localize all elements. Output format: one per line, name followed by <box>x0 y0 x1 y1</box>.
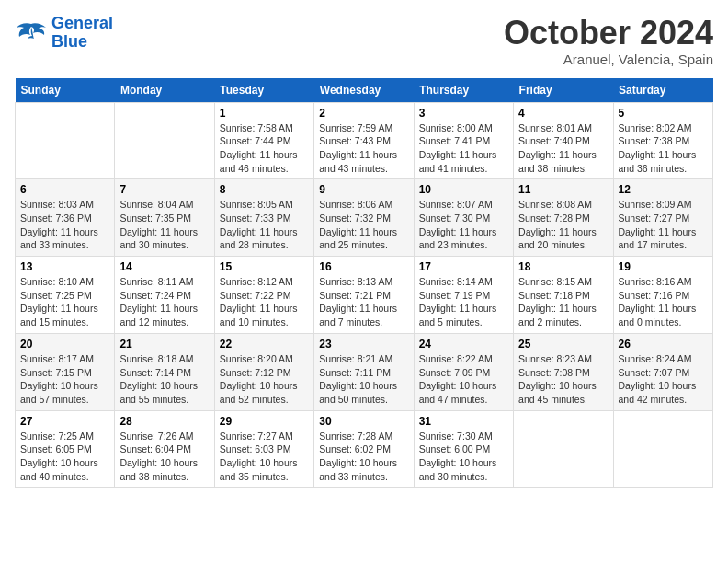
table-row: 21Sunrise: 8:18 AM Sunset: 7:14 PM Dayli… <box>115 333 214 410</box>
header-saturday: Saturday <box>613 78 712 103</box>
day-info: Sunrise: 7:58 AM Sunset: 7:44 PM Dayligh… <box>220 121 309 176</box>
calendar-body: 1Sunrise: 7:58 AM Sunset: 7:44 PM Daylig… <box>16 102 713 488</box>
day-info: Sunrise: 8:20 AM Sunset: 7:12 PM Dayligh… <box>220 352 309 407</box>
day-number: 28 <box>119 415 209 428</box>
header-wednesday: Wednesday <box>314 78 414 103</box>
day-number: 15 <box>220 260 309 273</box>
table-row: 25Sunrise: 8:23 AM Sunset: 7:08 PM Dayli… <box>514 333 613 410</box>
day-number: 19 <box>619 260 708 273</box>
table-row: 23Sunrise: 8:21 AM Sunset: 7:11 PM Dayli… <box>314 333 414 410</box>
table-row <box>613 410 712 488</box>
table-row: 13Sunrise: 8:10 AM Sunset: 7:25 PM Dayli… <box>16 257 115 334</box>
logo: General Blue <box>15 15 113 52</box>
day-info: Sunrise: 8:12 AM Sunset: 7:22 PM Dayligh… <box>220 275 309 329</box>
day-number: 30 <box>319 415 408 428</box>
day-info: Sunrise: 8:24 AM Sunset: 7:07 PM Dayligh… <box>619 352 708 407</box>
day-info: Sunrise: 7:59 AM Sunset: 7:43 PM Dayligh… <box>319 121 408 176</box>
calendar-table: Sunday Monday Tuesday Wednesday Thursday… <box>15 78 713 488</box>
table-row: 27Sunrise: 7:25 AM Sunset: 6:05 PM Dayli… <box>16 410 115 488</box>
day-info: Sunrise: 8:13 AM Sunset: 7:21 PM Dayligh… <box>319 275 408 329</box>
day-info: Sunrise: 7:27 AM Sunset: 6:03 PM Dayligh… <box>220 430 309 484</box>
table-row: 31Sunrise: 7:30 AM Sunset: 6:00 PM Dayli… <box>414 410 513 488</box>
day-number: 25 <box>518 338 608 350</box>
day-number: 17 <box>419 260 508 273</box>
day-info: Sunrise: 8:05 AM Sunset: 7:33 PM Dayligh… <box>220 198 309 252</box>
day-number: 3 <box>419 107 508 120</box>
table-row: 6Sunrise: 8:03 AM Sunset: 7:36 PM Daylig… <box>16 179 115 257</box>
table-row: 11Sunrise: 8:08 AM Sunset: 7:28 PM Dayli… <box>514 179 613 257</box>
day-number: 27 <box>20 415 109 428</box>
day-info: Sunrise: 8:15 AM Sunset: 7:18 PM Dayligh… <box>518 275 608 329</box>
day-number: 20 <box>20 338 109 350</box>
table-row: 28Sunrise: 7:26 AM Sunset: 6:04 PM Dayli… <box>115 410 214 488</box>
day-number: 29 <box>220 415 309 428</box>
table-row: 20Sunrise: 8:17 AM Sunset: 7:15 PM Dayli… <box>16 333 115 410</box>
table-row: 17Sunrise: 8:14 AM Sunset: 7:19 PM Dayli… <box>414 257 513 334</box>
day-number: 6 <box>20 183 109 196</box>
day-info: Sunrise: 7:30 AM Sunset: 6:00 PM Dayligh… <box>419 430 508 484</box>
day-number: 8 <box>220 183 309 196</box>
header-friday: Friday <box>514 78 613 103</box>
day-number: 22 <box>220 338 309 350</box>
day-info: Sunrise: 8:14 AM Sunset: 7:19 PM Dayligh… <box>419 275 508 329</box>
table-row: 12Sunrise: 8:09 AM Sunset: 7:27 PM Dayli… <box>613 179 712 257</box>
day-info: Sunrise: 7:28 AM Sunset: 6:02 PM Dayligh… <box>319 430 408 484</box>
table-row: 29Sunrise: 7:27 AM Sunset: 6:03 PM Dayli… <box>214 410 313 488</box>
day-number: 16 <box>319 260 408 273</box>
day-number: 12 <box>619 183 708 196</box>
header-thursday: Thursday <box>414 78 513 103</box>
table-row <box>115 102 214 179</box>
day-info: Sunrise: 8:00 AM Sunset: 7:41 PM Dayligh… <box>419 121 508 176</box>
logo-icon <box>15 20 48 46</box>
header-tuesday: Tuesday <box>214 78 313 103</box>
day-info: Sunrise: 8:01 AM Sunset: 7:40 PM Dayligh… <box>518 121 608 176</box>
table-row: 4Sunrise: 8:01 AM Sunset: 7:40 PM Daylig… <box>514 102 613 179</box>
day-info: Sunrise: 7:25 AM Sunset: 6:05 PM Dayligh… <box>20 430 109 484</box>
day-number: 11 <box>518 183 608 196</box>
table-row: 9Sunrise: 8:06 AM Sunset: 7:32 PM Daylig… <box>314 179 414 257</box>
day-info: Sunrise: 8:23 AM Sunset: 7:08 PM Dayligh… <box>518 352 608 407</box>
table-row: 15Sunrise: 8:12 AM Sunset: 7:22 PM Dayli… <box>214 257 313 334</box>
day-number: 2 <box>319 107 408 120</box>
day-number: 5 <box>619 107 708 120</box>
logo-text: General Blue <box>51 15 113 52</box>
day-info: Sunrise: 8:02 AM Sunset: 7:38 PM Dayligh… <box>619 121 708 176</box>
table-row: 5Sunrise: 8:02 AM Sunset: 7:38 PM Daylig… <box>613 102 712 179</box>
table-row: 8Sunrise: 8:05 AM Sunset: 7:33 PM Daylig… <box>214 179 313 257</box>
day-info: Sunrise: 8:09 AM Sunset: 7:27 PM Dayligh… <box>619 198 708 252</box>
day-info: Sunrise: 8:10 AM Sunset: 7:25 PM Dayligh… <box>20 275 109 329</box>
day-number: 9 <box>319 183 408 196</box>
day-info: Sunrise: 8:22 AM Sunset: 7:09 PM Dayligh… <box>419 352 508 407</box>
table-row: 1Sunrise: 7:58 AM Sunset: 7:44 PM Daylig… <box>214 102 313 179</box>
header-monday: Monday <box>115 78 214 103</box>
table-row <box>16 102 115 179</box>
day-info: Sunrise: 8:16 AM Sunset: 7:16 PM Dayligh… <box>619 275 708 329</box>
day-number: 7 <box>119 183 209 196</box>
day-info: Sunrise: 8:04 AM Sunset: 7:35 PM Dayligh… <box>119 198 209 252</box>
table-row: 26Sunrise: 8:24 AM Sunset: 7:07 PM Dayli… <box>613 333 712 410</box>
day-info: Sunrise: 7:26 AM Sunset: 6:04 PM Dayligh… <box>119 430 209 484</box>
day-info: Sunrise: 8:03 AM Sunset: 7:36 PM Dayligh… <box>20 198 109 252</box>
page-header: General Blue October 2024 Aranuel, Valen… <box>15 15 713 67</box>
location-subtitle: Aranuel, Valencia, Spain <box>504 52 713 67</box>
table-row: 3Sunrise: 8:00 AM Sunset: 7:41 PM Daylig… <box>414 102 513 179</box>
day-number: 26 <box>619 338 708 350</box>
day-info: Sunrise: 8:07 AM Sunset: 7:30 PM Dayligh… <box>419 198 508 252</box>
table-row: 16Sunrise: 8:13 AM Sunset: 7:21 PM Dayli… <box>314 257 414 334</box>
day-info: Sunrise: 8:06 AM Sunset: 7:32 PM Dayligh… <box>319 198 408 252</box>
month-title: October 2024 <box>504 15 713 52</box>
header-sunday: Sunday <box>16 78 115 103</box>
day-number: 1 <box>220 107 309 120</box>
table-row: 30Sunrise: 7:28 AM Sunset: 6:02 PM Dayli… <box>314 410 414 488</box>
table-row: 24Sunrise: 8:22 AM Sunset: 7:09 PM Dayli… <box>414 333 513 410</box>
table-row: 22Sunrise: 8:20 AM Sunset: 7:12 PM Dayli… <box>214 333 313 410</box>
title-area: October 2024 Aranuel, Valencia, Spain <box>504 15 713 67</box>
table-row: 2Sunrise: 7:59 AM Sunset: 7:43 PM Daylig… <box>314 102 414 179</box>
table-row: 19Sunrise: 8:16 AM Sunset: 7:16 PM Dayli… <box>613 257 712 334</box>
day-number: 21 <box>119 338 209 350</box>
day-info: Sunrise: 8:21 AM Sunset: 7:11 PM Dayligh… <box>319 352 408 407</box>
table-row: 10Sunrise: 8:07 AM Sunset: 7:30 PM Dayli… <box>414 179 513 257</box>
day-number: 23 <box>319 338 408 350</box>
table-row <box>514 410 613 488</box>
table-row: 18Sunrise: 8:15 AM Sunset: 7:18 PM Dayli… <box>514 257 613 334</box>
